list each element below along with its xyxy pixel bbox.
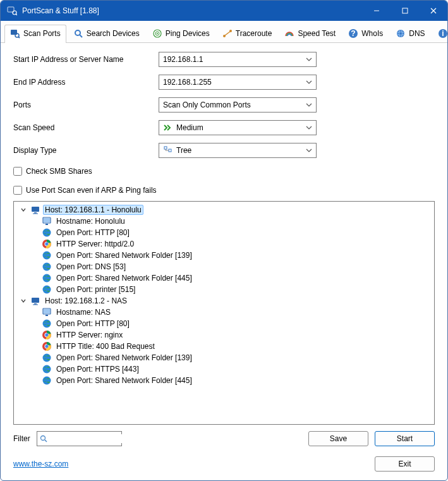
- start-button[interactable]: Start: [375, 431, 435, 446]
- monitor-icon: [42, 216, 52, 226]
- tree-item[interactable]: Hostname: NAS: [16, 307, 432, 318]
- tree-icon: [163, 145, 173, 155]
- info-icon: i: [438, 28, 448, 39]
- globe-blue-icon: [42, 375, 52, 386]
- tree-item[interactable]: HTTP Title: 400 Bad Request: [16, 341, 432, 352]
- rainbow-icon: [284, 28, 294, 39]
- svg-rect-4: [403, 8, 408, 13]
- chrome-icon: [42, 239, 52, 249]
- tree-item[interactable]: Open Port: HTTP [80]: [16, 227, 432, 238]
- chevron-down-icon[interactable]: [305, 102, 313, 108]
- chevron-down-icon[interactable]: [19, 205, 28, 214]
- window-controls: [362, 1, 447, 21]
- tree-item[interactable]: Open Port: Shared Network Folder [445]: [16, 375, 432, 386]
- tree-item[interactable]: Open Port: HTTP [80]: [16, 318, 432, 329]
- close-button[interactable]: [419, 1, 447, 21]
- tree-item[interactable]: Hostname: Honolulu: [16, 216, 432, 227]
- start-ip-input[interactable]: [163, 55, 305, 64]
- end-ip-combo[interactable]: [159, 75, 317, 90]
- minimize-button[interactable]: [362, 1, 390, 21]
- app-icon: [7, 6, 17, 16]
- host-node[interactable]: Host: 192.168.1.1 - Honolulu: [16, 204, 432, 216]
- chevron-down-icon[interactable]: [305, 147, 313, 154]
- display-type-combo[interactable]: [159, 143, 317, 158]
- svg-rect-30: [44, 218, 50, 222]
- host-label: Host: 192.168.1.2 - NAS: [43, 296, 129, 306]
- check-arp-checkbox[interactable]: [13, 186, 22, 195]
- check-arp-label: Use Port Scan even if ARP & Ping fails: [26, 186, 157, 195]
- tree-item[interactable]: Open Port: Shared Network Folder [139]: [16, 352, 432, 363]
- chrome-icon: [42, 341, 52, 351]
- chevron-down-icon[interactable]: [305, 79, 313, 85]
- svg-rect-40: [34, 303, 37, 305]
- svg-line-11: [80, 35, 82, 37]
- tree-item[interactable]: HTTP Server: nginx: [16, 329, 432, 341]
- tab-whois[interactable]: ?WhoIs: [342, 25, 389, 42]
- svg-point-35: [43, 252, 51, 260]
- globe-blue-icon: [42, 250, 52, 260]
- exit-button-label: Exit: [398, 460, 411, 468]
- chevron-down-icon[interactable]: [19, 296, 28, 305]
- save-button-label: Save: [330, 434, 347, 443]
- svg-line-2: [16, 14, 17, 15]
- tab-label: Speed Test: [298, 29, 336, 38]
- tab-speed-test[interactable]: Speed Test: [279, 25, 341, 42]
- tab-label: Scan Ports: [23, 29, 61, 38]
- end-ip-input[interactable]: [163, 78, 305, 87]
- svg-rect-39: [32, 298, 39, 303]
- tab-about[interactable]: iAbout: [432, 25, 448, 42]
- svg-point-53: [40, 436, 45, 441]
- speed-icon: [163, 123, 173, 133]
- maximize-button[interactable]: [390, 1, 419, 21]
- tree-item-label: Hostname: Honolulu: [54, 216, 127, 226]
- ports-combo[interactable]: [159, 97, 317, 113]
- check-smb-checkbox[interactable]: [13, 167, 22, 176]
- svg-point-37: [43, 274, 51, 283]
- save-button[interactable]: Save: [308, 431, 368, 446]
- tab-ping-devices[interactable]: Ping Devices: [147, 25, 215, 42]
- scan-speed-combo[interactable]: [159, 120, 317, 135]
- website-link[interactable]: www.the-sz.com: [13, 460, 68, 468]
- ports-label: Ports: [13, 100, 159, 109]
- tree-item[interactable]: Open Port: DNS [53]: [16, 261, 432, 272]
- display-type-input[interactable]: [176, 146, 305, 155]
- tab-dns[interactable]: DNS: [390, 25, 430, 42]
- svg-rect-27: [34, 212, 37, 214]
- chevron-down-icon[interactable]: [305, 56, 313, 63]
- radar-icon: [152, 28, 162, 39]
- monitor-search-icon: [10, 28, 20, 39]
- tree-item[interactable]: Open Port: printer [515]: [16, 284, 432, 295]
- ports-input[interactable]: [163, 100, 305, 109]
- svg-text:i: i: [442, 29, 444, 38]
- tree-item[interactable]: Open Port: Shared Network Folder [139]: [16, 250, 432, 261]
- results-tree[interactable]: Host: 192.168.1.1 - HonoluluHostname: Ho…: [13, 201, 435, 425]
- tab-label: DNS: [409, 29, 425, 38]
- globe-blue-icon: [42, 353, 52, 363]
- svg-point-52: [43, 377, 51, 385]
- tree-item[interactable]: Open Port: Shared Network Folder [445]: [16, 272, 432, 284]
- tab-label: WhoIs: [361, 29, 383, 38]
- filter-box[interactable]: [37, 431, 122, 446]
- tab-scan-ports[interactable]: Scan Ports: [4, 25, 66, 42]
- chevron-down-icon[interactable]: [305, 125, 313, 131]
- svg-point-14: [157, 33, 158, 34]
- svg-rect-28: [33, 214, 38, 214]
- tree-item-label: Open Port: Shared Network Folder [445]: [54, 375, 194, 386]
- exit-button[interactable]: Exit: [375, 456, 435, 472]
- host-node[interactable]: Host: 192.168.1.2 - NAS: [16, 295, 432, 307]
- tab-traceroute[interactable]: Traceroute: [217, 25, 278, 42]
- computer-icon: [30, 296, 40, 306]
- tree-item-label: Open Port: printer [515]: [54, 284, 137, 295]
- svg-point-19: [397, 30, 404, 37]
- start-ip-combo[interactable]: [159, 52, 317, 67]
- window-title: PortScan & Stuff [1.88]: [22, 6, 362, 15]
- tree-item-label: HTTP Title: 400 Bad Request: [54, 341, 157, 351]
- tree-item-label: HTTP Server: httpd/2.0: [54, 239, 136, 249]
- scan-speed-input[interactable]: [176, 123, 305, 132]
- filter-input[interactable]: [50, 434, 145, 443]
- tree-item[interactable]: Open Port: HTTPS [443]: [16, 363, 432, 375]
- tree-item[interactable]: HTTP Server: httpd/2.0: [16, 238, 432, 250]
- svg-point-50: [43, 354, 51, 362]
- svg-rect-44: [45, 315, 48, 316]
- tab-search-devices[interactable]: Search Devices: [68, 25, 145, 42]
